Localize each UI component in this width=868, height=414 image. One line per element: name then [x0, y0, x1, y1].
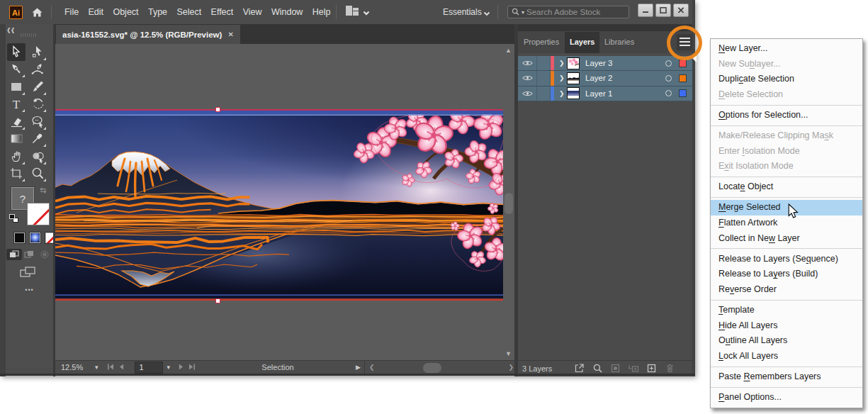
type-tool[interactable]: T	[7, 96, 26, 113]
menu-item-enter-isolation-mode[interactable]: Enter Isolation Mode	[711, 144, 862, 160]
edit-toolbar-ellipsis[interactable]: •••	[6, 286, 53, 293]
selection-tool[interactable]	[7, 43, 26, 61]
target-circle-icon[interactable]	[665, 60, 672, 67]
eyedropper-tool[interactable]	[28, 130, 47, 148]
workspace-switcher[interactable]: Essentials	[443, 0, 482, 24]
hscroll-thumb[interactable]	[423, 363, 441, 373]
menu-object[interactable]: Object	[108, 0, 144, 24]
delete-layer-icon[interactable]	[664, 363, 675, 374]
menu-item-locate-object[interactable]: Locate Object	[711, 179, 862, 195]
layer-row[interactable]: ❯ Layer 2	[518, 71, 692, 86]
scroll-down-icon[interactable]: ▼	[505, 350, 512, 357]
panel-empty-area[interactable]	[518, 101, 692, 358]
scroll-right-icon[interactable]: ❯	[508, 364, 514, 371]
zoom-tool[interactable]	[28, 165, 47, 183]
selection-indicator[interactable]	[680, 75, 686, 82]
menu-item-collect-in-new-layer[interactable]: Collect in New Layer	[711, 231, 862, 247]
document-tab[interactable]: asia-161552.svg* @ 12.5% (RGB/Preview) ✕	[56, 25, 240, 44]
menu-type[interactable]: Type	[143, 0, 171, 24]
pen-tool[interactable]	[7, 61, 26, 79]
default-fill-stroke-icon[interactable]	[9, 214, 18, 223]
selection-indicator[interactable]	[680, 90, 686, 96]
menu-file[interactable]: File	[60, 0, 84, 24]
minimize-button[interactable]	[638, 4, 653, 17]
layer-name[interactable]: Layer 1	[585, 89, 665, 98]
menu-item-make-release-clipping-mask[interactable]: Make/Release Clipping Mask	[711, 128, 862, 144]
selection-handle-bottom[interactable]	[215, 298, 220, 303]
gradient-tool[interactable]	[7, 130, 26, 148]
artwork-canvas[interactable]	[55, 109, 503, 301]
menu-effect[interactable]: Effect	[206, 0, 238, 24]
menu-item-hide-all-layers[interactable]: Hide All Layers	[711, 318, 862, 334]
expand-chevron-icon[interactable]: ❯	[559, 90, 567, 97]
new-sublayer-icon[interactable]	[628, 363, 639, 374]
layer-name[interactable]: Layer 2	[585, 74, 665, 82]
selection-handle-top[interactable]	[215, 107, 220, 112]
scroll-left-icon[interactable]: ❮	[369, 364, 375, 371]
menu-item-flatten-artwork[interactable]: Flatten Artwork	[711, 216, 862, 231]
layer-thumbnail[interactable]	[567, 57, 580, 69]
scroll-up-icon[interactable]: ▲	[505, 47, 512, 54]
toolbar-grip[interactable]	[21, 33, 38, 37]
menu-item-exit-isolation-mode[interactable]: Exit Isolation Mode	[711, 159, 862, 174]
tab-close-icon[interactable]: ✕	[227, 30, 233, 38]
menu-item-duplicate-selection[interactable]: Duplicate Selection	[711, 72, 862, 87]
hand-tool[interactable]	[7, 147, 26, 165]
clipping-mask-icon[interactable]	[610, 363, 621, 374]
prev-artboard-icon[interactable]	[119, 364, 124, 371]
layer-thumbnail[interactable]	[567, 72, 580, 84]
visibility-toggle[interactable]	[518, 56, 537, 70]
vscroll-thumb[interactable]	[505, 193, 513, 214]
next-artboard-icon[interactable]	[179, 364, 184, 371]
draw-inside-button[interactable]	[37, 249, 52, 260]
arrange-documents-icon[interactable]	[346, 6, 359, 16]
target-circle-icon[interactable]	[665, 90, 672, 96]
menu-item-new-layer[interactable]: New Layer...	[711, 41, 862, 57]
menu-select[interactable]: Select	[172, 0, 206, 24]
layer-row[interactable]: ❯ Layer 1	[518, 86, 692, 101]
artboard-number-field[interactable]: 1	[135, 362, 163, 374]
search-input[interactable]: ▾ Search Adobe Stock	[507, 6, 629, 18]
shape-builder-tool[interactable]	[28, 147, 47, 165]
menu-item-new-sublayer[interactable]: New Sublayer...	[711, 57, 862, 72]
menu-item-lock-all-layers[interactable]: Lock All Layers	[711, 349, 862, 364]
expand-chevron-icon[interactable]: ❯	[559, 74, 567, 82]
chevron-down-icon[interactable]	[363, 9, 370, 17]
new-layer-icon[interactable]	[646, 363, 658, 374]
gradient-button[interactable]	[29, 232, 41, 244]
menu-item-template[interactable]: Template	[711, 303, 862, 318]
layer-name[interactable]: Layer 3	[585, 59, 665, 67]
eraser-tool[interactable]	[7, 113, 26, 130]
horizontal-scrollbar[interactable]: ❮ ❯	[364, 361, 518, 374]
menu-item-options-for-selection[interactable]: Options for Selection...	[711, 108, 862, 123]
status-flyout-icon[interactable]: ▶	[356, 364, 361, 371]
artboard-dropdown-icon[interactable]: ▾	[163, 364, 175, 371]
draw-behind-button[interactable]	[22, 249, 38, 260]
first-artboard-icon[interactable]	[107, 364, 114, 371]
menu-item-reverse-order[interactable]: Reverse Order	[711, 282, 862, 298]
home-icon[interactable]	[30, 6, 44, 19]
last-artboard-icon[interactable]	[188, 364, 196, 371]
swap-fill-stroke-icon[interactable]: ⇆	[40, 186, 46, 195]
curvature-tool[interactable]	[28, 61, 47, 79]
rotate-tool[interactable]	[28, 96, 47, 113]
close-button[interactable]	[673, 4, 689, 17]
artboard-tool[interactable]	[7, 165, 26, 183]
menu-item-paste-remembers-layers[interactable]: Paste Remembers Layers	[711, 369, 862, 385]
layer-thumbnail[interactable]	[567, 87, 580, 99]
menu-window[interactable]: Window	[266, 0, 308, 24]
draw-normal-button[interactable]	[6, 249, 22, 260]
app-logo-icon[interactable]: Ai	[9, 6, 23, 19]
selection-indicator[interactable]	[680, 60, 686, 67]
menu-item-release-to-layers-build[interactable]: Release to Layers (Build)	[711, 267, 862, 282]
menu-item-merge-selected[interactable]: Merge Selected	[711, 200, 862, 216]
menu-item-panel-options[interactable]: Panel Options...	[711, 390, 862, 405]
screen-mode-button[interactable]	[19, 266, 39, 280]
collapse-dock-icon[interactable]: ❰❰	[6, 27, 14, 33]
direct-selection-tool[interactable]	[28, 43, 47, 61]
stroke-swatch[interactable]	[27, 203, 50, 225]
menu-item-outline-all-layers[interactable]: Outline All Layers	[711, 333, 862, 349]
vertical-scrollbar[interactable]: ▲ ▼	[503, 44, 514, 360]
paintbrush-tool[interactable]	[28, 78, 47, 96]
visibility-toggle[interactable]	[518, 86, 537, 101]
